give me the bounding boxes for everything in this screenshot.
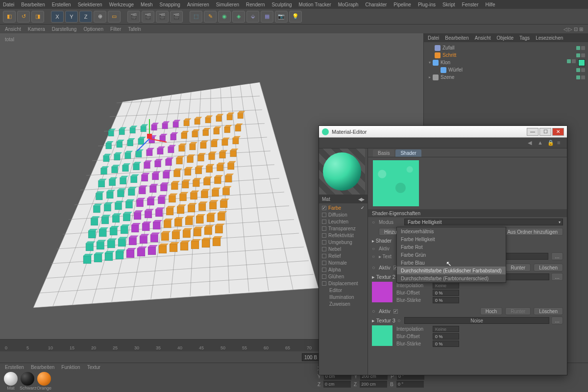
viewport-nav-icons[interactable]: ◁ ▷ ⊡ ⊞ bbox=[564, 26, 583, 32]
channel-farbe[interactable]: ✓Farbe✓ bbox=[319, 204, 368, 211]
panel-menu-tags[interactable]: Tags bbox=[519, 35, 530, 41]
panel-menu-lesezeichen[interactable]: Lesezeichen bbox=[536, 35, 563, 41]
tool-axis-x[interactable]: X bbox=[51, 11, 64, 23]
object-tree[interactable]: ZufallSchritt▾KlonWürfel▸Szene bbox=[424, 42, 588, 83]
object-row-zufall[interactable]: Zufall bbox=[427, 44, 585, 51]
texture-hoch-button[interactable]: Hoch bbox=[480, 307, 502, 315]
texture-loeschen-button[interactable]: Löschen bbox=[534, 264, 563, 271]
tool-plane[interactable]: ▭ bbox=[108, 11, 121, 23]
anim-dot-icon[interactable]: ○ bbox=[397, 318, 402, 323]
anim-dot-icon[interactable]: ○ bbox=[372, 254, 376, 259]
material-orange[interactable]: Orange bbox=[36, 372, 52, 391]
menu-plug-ins[interactable]: Plug-ins bbox=[418, 2, 436, 7]
panel-menu-ansicht[interactable]: Ansicht bbox=[475, 35, 491, 41]
tool-render-2[interactable]: 🎬 bbox=[142, 11, 154, 23]
aktiv-checkbox[interactable]: ✓ bbox=[393, 309, 398, 314]
coord-field-b[interactable]: 0 ° bbox=[396, 381, 424, 388]
tool-prim-cube[interactable]: ⬚ bbox=[190, 11, 202, 23]
window-close-button[interactable]: ✕ bbox=[552, 128, 564, 136]
material-preview-sphere[interactable] bbox=[319, 148, 365, 195]
menu-skript[interactable]: Skript bbox=[442, 2, 455, 7]
dropdown-item[interactable]: Durchschnittsfarbe (Farbtonunterschied) bbox=[397, 274, 506, 282]
viewtab-darstellung[interactable]: Darstellung bbox=[52, 26, 77, 32]
menu-animieren[interactable]: Animieren bbox=[187, 2, 209, 7]
tool-axis-y[interactable]: Y bbox=[65, 11, 78, 23]
panel-menu-datei[interactable]: Datei bbox=[428, 35, 439, 41]
channel-diffusion[interactable]: Diffusion bbox=[319, 211, 368, 218]
tool-render-1[interactable]: 🎬 bbox=[127, 11, 140, 23]
anim-dot-icon[interactable]: ○ bbox=[372, 308, 376, 314]
texture-browse-button[interactable]: … bbox=[551, 317, 563, 324]
mat-tab-erstellen[interactable]: Erstellen bbox=[5, 365, 24, 370]
dropdown-item[interactable]: Durchschnittsfarbe (Euklidischer Farbabs… bbox=[397, 267, 506, 274]
channel-checkbox[interactable] bbox=[322, 220, 326, 224]
channel-checkbox[interactable] bbox=[322, 254, 326, 258]
viewtab-kamera[interactable]: Kamera bbox=[28, 26, 45, 32]
mat-tab-funktion[interactable]: Funktion bbox=[61, 365, 80, 370]
nav-back-icon[interactable]: ◀ bbox=[528, 140, 535, 147]
dropdown-item[interactable]: Farbe Blau bbox=[397, 259, 506, 267]
tool-deformer[interactable]: ◈ bbox=[232, 11, 245, 23]
coord-field-z[interactable]: 0 cm bbox=[323, 381, 351, 388]
object-row-szene[interactable]: ▸Szene bbox=[427, 74, 585, 81]
texture-runter-button[interactable]: Runter bbox=[505, 264, 531, 271]
modus-dropdown[interactable]: Farbe Helligkeit▾ bbox=[404, 219, 563, 225]
menu-fenster[interactable]: Fenster bbox=[462, 2, 479, 7]
tool-axis-z[interactable]: Z bbox=[79, 11, 92, 23]
panel-menu-bearbeiten[interactable]: Bearbeiten bbox=[445, 35, 468, 41]
material-name-field[interactable]: Mat ◀▸ bbox=[319, 195, 368, 203]
channel-normale[interactable]: Normale bbox=[319, 259, 368, 266]
mat-tab-bearbeiten[interactable]: Bearbeiten bbox=[31, 365, 54, 370]
material-tag[interactable] bbox=[578, 59, 585, 66]
channel-checkbox[interactable] bbox=[322, 247, 326, 251]
anim-dot-icon[interactable]: ○ bbox=[372, 265, 376, 270]
channel-displacement[interactable]: Displacement bbox=[319, 280, 368, 287]
tool-light[interactable]: 💡 bbox=[289, 11, 302, 23]
blur-offset-field[interactable]: 0 % bbox=[433, 333, 459, 340]
interpolation-field[interactable]: Keine bbox=[433, 326, 459, 332]
add-from-folder-button[interactable]: Aus Ordner hinzufügen bbox=[502, 228, 563, 236]
texture-collapse-label[interactable]: ▸ Textur 3 bbox=[372, 318, 395, 324]
viewtab-ansicht[interactable]: Ansicht bbox=[5, 26, 21, 32]
tool-cube-1[interactable]: ◧ bbox=[3, 11, 16, 23]
menu-rendern[interactable]: Rendern bbox=[246, 2, 265, 7]
blur-staerke-field[interactable]: 0 % bbox=[433, 341, 459, 347]
menu-erstellen[interactable]: Erstellen bbox=[52, 2, 71, 7]
interpolation-field[interactable]: Keine bbox=[433, 282, 459, 289]
channel-checkbox[interactable] bbox=[322, 240, 326, 245]
channel-alpha[interactable]: Alpha bbox=[319, 266, 368, 273]
nav-arrows-icon[interactable]: ◀▸ bbox=[358, 196, 365, 202]
shader-collapse-label[interactable]: ▸ Shader bbox=[372, 238, 392, 244]
channel-illumination[interactable]: Illumination bbox=[319, 294, 368, 300]
object-row-klon[interactable]: ▾Klon bbox=[427, 59, 585, 66]
texture-collapse-label[interactable]: ▸ Textur 2 bbox=[372, 274, 395, 280]
material-mat[interactable]: Mat bbox=[3, 372, 19, 391]
text-browse-button[interactable]: … bbox=[551, 252, 563, 260]
tool-cube-2[interactable]: ◨ bbox=[31, 11, 44, 23]
material-tab-basis[interactable]: Basis bbox=[373, 149, 394, 157]
mat-tab-textur[interactable]: Textur bbox=[87, 365, 100, 370]
menu-bearbeiten[interactable]: Bearbeiten bbox=[21, 2, 45, 7]
menu-selektieren[interactable]: Selektieren bbox=[78, 2, 102, 7]
menu-motion tracker[interactable]: Motion Tracker bbox=[299, 2, 331, 7]
blur-staerke-field[interactable]: 0 % bbox=[433, 297, 459, 303]
menu-sculpting[interactable]: Sculpting bbox=[271, 2, 292, 7]
channel-relief[interactable]: Relief bbox=[319, 252, 368, 259]
channel-checkbox[interactable] bbox=[322, 281, 326, 286]
window-minimize-button[interactable]: — bbox=[527, 128, 539, 136]
channel-checkbox[interactable] bbox=[322, 233, 326, 238]
tool-tag[interactable]: ⬙ bbox=[246, 11, 259, 23]
menu-werkzeuge[interactable]: Werkzeuge bbox=[109, 2, 134, 7]
dropdown-item[interactable]: Farbe Rot bbox=[397, 243, 506, 251]
object-row-schritt[interactable]: Schritt bbox=[427, 51, 585, 59]
texture-browse-button[interactable]: … bbox=[551, 273, 563, 281]
texture-loeschen-button[interactable]: Löschen bbox=[534, 307, 563, 315]
coord-field-z[interactable]: 200 cm bbox=[360, 381, 387, 388]
anim-dot-icon[interactable]: ○ bbox=[372, 220, 376, 225]
material-schwarz[interactable]: Schwarz bbox=[20, 372, 35, 391]
tool-render-3[interactable]: 🎬 bbox=[156, 11, 169, 23]
channel-checkbox[interactable]: ✓ bbox=[322, 206, 326, 210]
tool-world[interactable]: ⊕ bbox=[94, 11, 106, 23]
object-row-würfel[interactable]: Würfel bbox=[427, 66, 585, 74]
channel-reflektivität[interactable]: Reflektivität bbox=[319, 232, 368, 239]
